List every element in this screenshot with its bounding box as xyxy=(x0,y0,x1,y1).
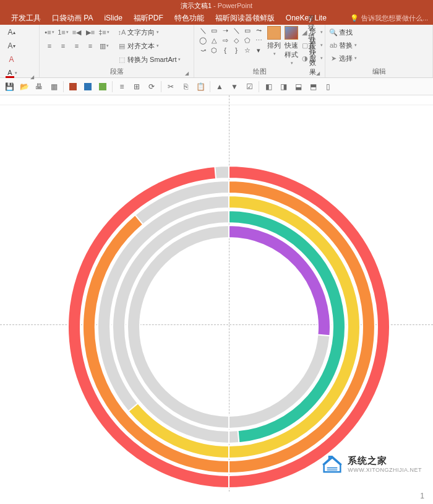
qat-forward-icon[interactable]: ▲ xyxy=(213,80,226,93)
house-icon xyxy=(322,454,343,473)
qat-save-icon[interactable]: 💾 xyxy=(2,80,16,93)
numbering-button[interactable]: 1≡▾ xyxy=(57,26,69,38)
align-justify-button[interactable]: ≡ xyxy=(84,40,96,52)
text-direction-button[interactable]: ↕A文字方向▾ xyxy=(118,26,181,38)
shape-oval-icon[interactable]: ◯ xyxy=(198,36,208,45)
qat-group-icon[interactable]: ⊞ xyxy=(130,80,144,93)
columns-button[interactable]: ▥▾ xyxy=(98,40,110,52)
shapes-gallery[interactable]: ＼ ▭ ➝ ＼ ▭ ⤳ ◯ △ ⇨ ◇ ⬠ ⋯ ⤻ ⬡ { } ☆ xyxy=(198,26,264,54)
shape-conn-icon[interactable]: ⤳ xyxy=(254,26,264,35)
smartart-icon: ⬚ xyxy=(118,55,126,64)
shape-arrowr-icon[interactable]: ⇨ xyxy=(220,36,230,45)
search-icon: 🔍 xyxy=(329,28,338,37)
indent-dec-button[interactable]: ≡◀ xyxy=(71,26,83,38)
shape-poly-icon[interactable]: ⬡ xyxy=(209,46,219,54)
align-text-icon: ▤ xyxy=(118,41,126,50)
group-font: A▴ A▾ A A ▾ ◢ xyxy=(0,25,40,77)
qat-color3-icon[interactable] xyxy=(96,80,109,93)
qat-copy-icon[interactable]: ⎘ xyxy=(179,80,192,93)
line-spacing-button[interactable]: ‡≡▾ xyxy=(98,26,110,38)
tab-foxit-reader[interactable]: 福昕阅读器领鲜版 xyxy=(215,13,275,24)
qat-open-icon[interactable]: 📂 xyxy=(17,80,31,93)
find-button[interactable]: 🔍查找 xyxy=(329,26,357,38)
slide-canvas[interactable]: 系统之家 WWW.XITONGZHIJIA.NET xyxy=(0,95,433,492)
qat-color1-icon[interactable] xyxy=(66,80,80,93)
tab-foxit-pdf[interactable]: 福昕PDF xyxy=(134,13,163,24)
font-grow-button[interactable]: A▴ xyxy=(4,26,19,38)
qat-misc5-icon[interactable]: ▯ xyxy=(321,80,335,93)
font-color-button[interactable]: A ▾ xyxy=(4,67,19,79)
tab-features[interactable]: 特色功能 xyxy=(174,13,204,24)
shape-brace-icon[interactable]: { xyxy=(220,46,230,54)
qat-seltask-icon[interactable]: ☑ xyxy=(242,80,256,93)
select-button[interactable]: ➤选择▾ xyxy=(329,52,357,64)
shape-star-icon[interactable]: ☆ xyxy=(242,46,252,54)
outline-icon: ▢ xyxy=(302,41,308,50)
shape-rect2-icon[interactable]: ▭ xyxy=(242,26,252,35)
qat-misc4-icon[interactable]: ⬒ xyxy=(306,80,320,93)
align-center-button[interactable]: ≡ xyxy=(57,40,69,52)
title-bar: 演示文稿1 - PowerPoint xyxy=(0,0,433,11)
group-drawing: ＼ ▭ ➝ ＼ ▭ ⤳ ◯ △ ⇨ ◇ ⬠ ⋯ ⤻ ⬡ { } ☆ xyxy=(194,25,325,77)
group-label-paragraph: 段落 xyxy=(110,67,124,75)
qat-rotate-icon[interactable]: ⟳ xyxy=(145,80,158,93)
shape-tri-icon[interactable]: △ xyxy=(209,36,219,45)
ribbon-tabs: 开发工具 口袋动画 PA iSlide 福昕PDF 特色功能 福昕阅读器领鲜版 … xyxy=(0,11,433,25)
dialog-launcher-icon[interactable]: ◢ xyxy=(185,71,189,76)
ruler xyxy=(0,95,433,105)
dialog-launcher-icon[interactable]: ◢ xyxy=(30,74,34,80)
group-paragraph: •≡▾ 1≡▾ ≡◀ ▶≡ ‡≡▾ ≡ ≡ ≡ ≡ ▥▾ ↕A文字方向▾ ▤对齐… xyxy=(40,25,194,77)
cursor-icon: ➤ xyxy=(329,54,338,63)
shape-diamond-icon[interactable]: ◇ xyxy=(231,36,241,45)
bucket-icon: ◢ xyxy=(302,28,307,37)
arrange-icon xyxy=(267,26,281,40)
qat-misc3-icon[interactable]: ⬓ xyxy=(291,80,305,93)
shape-rect-icon[interactable]: ▭ xyxy=(209,26,219,35)
app-name: PowerPoint xyxy=(218,2,252,9)
tab-devtools[interactable]: 开发工具 xyxy=(11,13,41,24)
shape-dd-icon[interactable]: ▾ xyxy=(254,46,264,54)
replace-icon: ab xyxy=(329,41,338,50)
smartart-button[interactable]: ⬚转换为 SmartArt▾ xyxy=(118,53,181,66)
shape-line2-icon[interactable]: ＼ xyxy=(231,26,241,35)
tell-me[interactable]: 💡 告诉我您想要做什么... xyxy=(350,14,428,23)
dialog-launcher-icon[interactable]: ◢ xyxy=(316,71,320,76)
shape-curve-icon[interactable]: ⤻ xyxy=(198,46,208,54)
lightbulb-icon: 💡 xyxy=(350,14,359,22)
page-number: 1 xyxy=(420,492,424,500)
align-left-button[interactable]: ≡ xyxy=(43,40,56,52)
concentric-doughnut-chart[interactable] xyxy=(68,166,390,488)
replace-button[interactable]: ab替换▾ xyxy=(329,39,357,51)
shape-brace2-icon[interactable]: } xyxy=(231,46,241,54)
qat-align-icon[interactable]: ≡ xyxy=(115,80,129,93)
shape-effects-button[interactable]: ◑形状效果▾ xyxy=(302,52,323,64)
qat-misc2-icon[interactable]: ◨ xyxy=(277,80,290,93)
qat-back-icon[interactable]: ▼ xyxy=(228,80,241,93)
qat-cut-icon[interactable]: ✂ xyxy=(164,80,178,93)
shape-callout-icon[interactable]: ⬠ xyxy=(242,36,252,45)
shape-arrow-icon[interactable]: ➝ xyxy=(220,26,230,35)
qat-table-icon[interactable]: ▦ xyxy=(47,80,61,93)
shape-line-icon[interactable]: ＼ xyxy=(198,26,208,35)
ribbon: A▴ A▾ A A ▾ ◢ •≡▾ 1≡▾ ≡◀ ▶≡ ‡≡▾ xyxy=(0,25,433,78)
watermark: 系统之家 WWW.XITONGZHIJIA.NET xyxy=(322,454,422,473)
tab-islide[interactable]: iSlide xyxy=(104,14,122,22)
align-text-button[interactable]: ▤对齐文本▾ xyxy=(118,40,181,52)
quick-styles-icon xyxy=(285,26,298,40)
doc-title: 演示文稿1 xyxy=(181,2,212,9)
tab-onekey[interactable]: OneKey Lite xyxy=(286,14,327,22)
shape-more-icon[interactable]: ⋯ xyxy=(254,36,264,45)
clear-format-button[interactable]: A xyxy=(4,53,19,66)
qat-print-icon[interactable]: 🖶 xyxy=(32,80,46,93)
arrange-button[interactable]: 排列▾ xyxy=(267,26,281,56)
font-shrink-button[interactable]: A▾ xyxy=(4,40,19,52)
align-right-button[interactable]: ≡ xyxy=(71,40,83,52)
tab-pocket-anim[interactable]: 口袋动画 PA xyxy=(52,13,93,24)
qat-paste-icon[interactable]: 📋 xyxy=(194,80,207,93)
quick-access-toolbar: 💾 📂 🖶 ▦ ≡ ⊞ ⟳ ✂ ⎘ 📋 ▲ ▼ ☑ ◧ ◨ ⬓ ⬒ ▯ xyxy=(0,78,433,95)
quick-styles-button[interactable]: 快速样式▾ xyxy=(285,26,298,66)
indent-inc-button[interactable]: ▶≡ xyxy=(84,26,96,38)
bullets-button[interactable]: •≡▾ xyxy=(43,26,56,38)
qat-misc1-icon[interactable]: ◧ xyxy=(262,80,275,93)
qat-color2-icon[interactable] xyxy=(81,80,95,93)
